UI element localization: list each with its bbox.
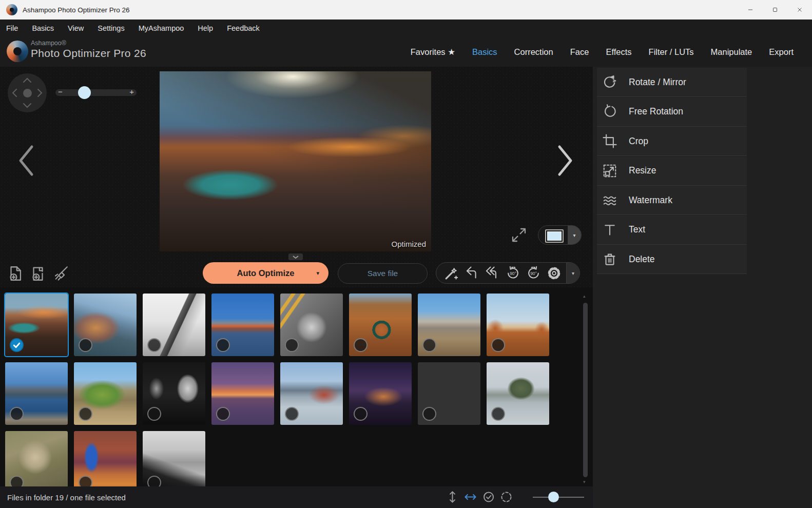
tab-face[interactable]: Face <box>570 47 589 57</box>
tool-delete[interactable]: Delete <box>597 245 747 274</box>
thumbnail-lake-bled-church[interactable] <box>487 362 549 425</box>
thumbnail-mailboxes-row[interactable] <box>418 294 480 356</box>
thumbnail-lofoten-harbor[interactable] <box>5 362 68 425</box>
settings-gear-button[interactable] <box>546 265 562 281</box>
thumbnail-night-city-skyline[interactable] <box>349 362 412 425</box>
single-view-icon <box>545 229 564 243</box>
close-button[interactable] <box>787 0 812 19</box>
auto-optimize-button[interactable]: Auto Optimize ▾ <box>203 262 328 284</box>
undo-button[interactable] <box>464 265 480 281</box>
tab-favorites[interactable]: Favorites ★ <box>411 47 455 57</box>
next-image-button[interactable] <box>553 144 577 178</box>
thumbnail-skyline-reflection[interactable] <box>418 362 480 425</box>
tab-manipulate[interactable]: Manipulate <box>711 47 752 57</box>
tab-filter-luts[interactable]: Filter / LUTs <box>649 47 694 57</box>
menu-feedback[interactable]: Feedback <box>227 24 260 32</box>
fit-horizontal-icon[interactable] <box>463 490 477 504</box>
zoom-slider-thumb[interactable] <box>78 86 91 99</box>
previous-image-button[interactable] <box>14 144 38 178</box>
pending-optimization-icon[interactable] <box>499 490 513 504</box>
thumbnail-cinque-terre-village[interactable] <box>74 294 137 356</box>
select-badge[interactable] <box>147 476 161 486</box>
select-badge[interactable] <box>422 407 436 421</box>
thumbnail-buddha-statue[interactable] <box>5 431 68 486</box>
thumbnail-sunset-city-skyline[interactable] <box>211 362 274 425</box>
tool-watermark[interactable]: Watermark <box>597 186 747 215</box>
view-mode-button[interactable]: ▾ <box>538 225 582 245</box>
menu-settings[interactable]: Settings <box>98 24 124 32</box>
menu-view[interactable]: View <box>68 24 84 32</box>
thumbnail-scrollbar[interactable]: ▴ ▾ <box>583 287 589 486</box>
select-badge[interactable] <box>354 338 368 352</box>
select-badge[interactable] <box>285 338 299 352</box>
rotate-right-90-button[interactable]: 90° <box>526 265 542 281</box>
scroll-up-icon[interactable]: ▴ <box>583 294 586 299</box>
minimize-button[interactable] <box>738 0 763 19</box>
tool-rotate-mirror[interactable]: Rotate / Mirror <box>597 68 747 97</box>
maximize-button[interactable] <box>763 0 787 19</box>
tab-basics[interactable]: Basics <box>472 47 497 57</box>
thumbnail-golden-gate-fog-bw[interactable] <box>143 294 205 356</box>
collapse-preview-button[interactable] <box>288 253 303 260</box>
tool-crop[interactable]: Crop <box>597 127 747 156</box>
menu-basics[interactable]: Basics <box>32 24 54 32</box>
thumbnail-size-slider[interactable] <box>533 497 584 498</box>
select-badge[interactable] <box>422 338 436 352</box>
select-badge[interactable] <box>10 407 24 421</box>
thumbnail-horseshoe-bend[interactable] <box>349 294 412 356</box>
thumbnail-monument-valley[interactable] <box>487 294 549 356</box>
fit-vertical-icon[interactable] <box>446 490 459 504</box>
tab-correction[interactable]: Correction <box>514 47 553 57</box>
select-badge[interactable] <box>216 338 230 352</box>
thumbnail-incense-temple[interactable] <box>74 431 137 486</box>
preview-image[interactable]: Optimized <box>160 71 431 251</box>
select-badge[interactable] <box>491 338 505 352</box>
scrollbar-thumb[interactable] <box>583 303 588 477</box>
history-dropdown[interactable]: ▾ <box>566 263 579 283</box>
select-badge[interactable] <box>79 338 92 352</box>
save-file-button[interactable]: Save file <box>338 263 428 284</box>
select-badge[interactable] <box>79 407 92 421</box>
undo-all-button[interactable] <box>485 265 500 281</box>
menu-myashampoo[interactable]: MyAshampoo <box>139 24 184 32</box>
select-badge[interactable] <box>285 407 299 421</box>
clear-list-button[interactable] <box>52 265 69 282</box>
view-mode-dropdown[interactable]: ▾ <box>568 226 581 244</box>
menu-file[interactable]: File <box>6 24 18 32</box>
magic-wand-plus-button[interactable] <box>443 265 459 281</box>
thumbnail-boathouses-harbor[interactable] <box>211 294 274 356</box>
select-badge[interactable] <box>10 476 24 486</box>
select-badge[interactable] <box>354 407 368 421</box>
select-badge[interactable] <box>491 407 505 421</box>
tool-text[interactable]: Text <box>597 216 747 245</box>
select-badge[interactable] <box>79 476 92 486</box>
thumbnail-canyon-lake-sunset[interactable] <box>5 294 68 356</box>
show-optimized-icon[interactable] <box>481 490 495 504</box>
add-file-button[interactable] <box>7 265 24 282</box>
fullscreen-expand-icon[interactable] <box>511 227 527 243</box>
tool-free-rotation[interactable]: Free Rotation <box>597 97 747 127</box>
thumbnail-red-boathouse-fjord[interactable] <box>280 362 343 425</box>
select-badge[interactable] <box>216 407 230 421</box>
thumbnail-route-66-road-bw[interactable] <box>280 294 343 356</box>
rotate-left-90-button[interactable]: 90° <box>505 265 521 281</box>
thumbnail-stairs-archway-bw[interactable] <box>143 362 205 425</box>
menubar: FileBasicsViewSettingsMyAshampooHelpFeed… <box>0 19 812 37</box>
add-folder-button[interactable] <box>29 265 47 282</box>
select-badge[interactable] <box>147 338 161 352</box>
auto-optimize-dropdown-icon[interactable]: ▾ <box>316 270 319 277</box>
zoom-in-label[interactable]: + <box>129 87 134 96</box>
scroll-down-icon[interactable]: ▾ <box>583 479 586 484</box>
select-badge[interactable] <box>147 407 161 421</box>
tool-resize[interactable]: Resize <box>597 157 747 186</box>
thumbnail-size-slider-thumb[interactable] <box>548 492 559 502</box>
zoom-slider[interactable]: − + <box>55 89 137 96</box>
zoom-out-label[interactable]: − <box>58 87 63 96</box>
menu-help[interactable]: Help <box>198 24 213 32</box>
thumbnail-venice-gondolas-bw[interactable] <box>143 431 205 486</box>
pan-control[interactable] <box>8 73 47 112</box>
tab-export[interactable]: Export <box>769 47 794 57</box>
thumbnail-old-green-truck[interactable] <box>74 362 137 425</box>
selected-check-badge[interactable] <box>10 338 24 352</box>
tab-effects[interactable]: Effects <box>606 47 631 57</box>
